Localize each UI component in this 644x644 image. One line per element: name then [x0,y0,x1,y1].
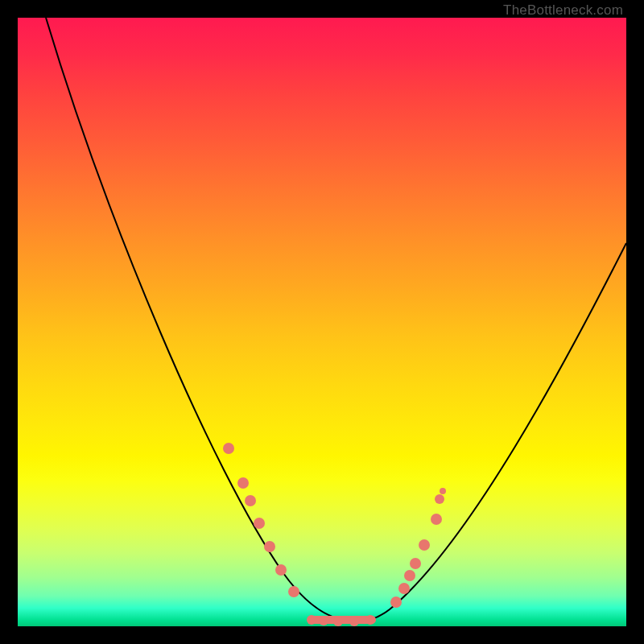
svg-point-20 [365,615,375,625]
svg-point-6 [288,586,299,597]
svg-point-14 [440,488,446,494]
svg-point-11 [419,539,430,551]
highlight-dots-left [223,443,299,597]
valley-flat-segment [307,615,375,626]
svg-point-9 [404,570,415,581]
svg-point-10 [410,558,421,569]
svg-point-1 [237,477,249,489]
svg-point-12 [431,514,442,525]
svg-point-4 [264,541,275,552]
watermark-text: TheBottleneck.com [503,2,623,19]
svg-point-17 [319,616,328,625]
highlight-dots-right [390,488,446,608]
svg-point-7 [390,597,402,608]
bottleneck-chart [18,18,626,626]
svg-point-19 [349,617,359,626]
svg-point-13 [435,494,444,504]
curve-line [46,18,626,621]
svg-point-16 [307,615,316,625]
svg-point-3 [254,518,265,529]
svg-point-0 [223,443,234,454]
svg-point-2 [245,495,256,506]
svg-point-5 [275,564,287,576]
svg-point-8 [398,583,410,594]
svg-point-18 [333,617,343,626]
